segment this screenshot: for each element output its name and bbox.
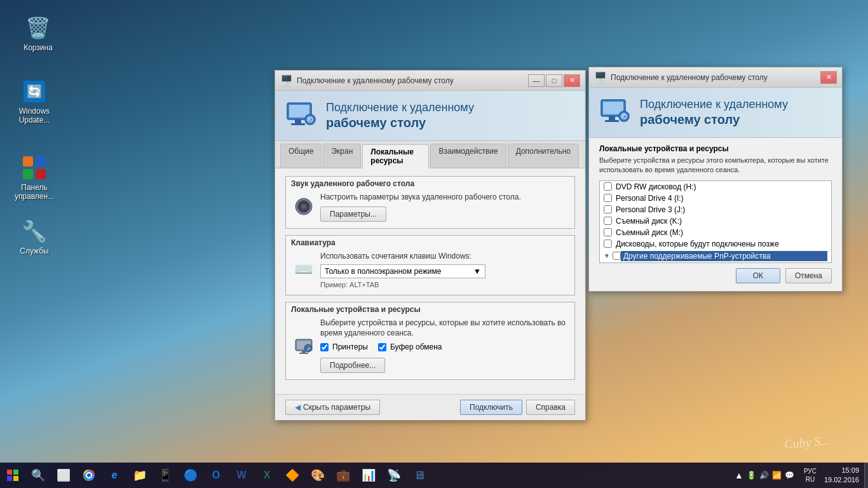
tray-network[interactable]: 📶 <box>771 469 783 482</box>
help-button[interactable]: Справка <box>526 400 575 415</box>
dialog1-body: Звук удаленного рабочего стола Настроить… <box>275 168 585 394</box>
device-personal3[interactable]: Personal Drive 3 (J:) <box>600 204 831 215</box>
dialog1-close[interactable]: ✕ <box>564 74 580 87</box>
connect-button[interactable]: Подключить <box>460 400 522 415</box>
tab-interaction[interactable]: Взаимодействие <box>430 144 506 168</box>
hide-params-icon: ◀ <box>295 403 301 412</box>
device-future-drives[interactable]: Дисководы, которые будут подключены позж… <box>600 238 831 250</box>
dialog2-footer: ОК Отмена <box>589 263 842 291</box>
desktop-icon-services[interactable]: 🔧 Службы <box>9 216 60 258</box>
taskbar-app5[interactable]: 📡 <box>381 463 407 488</box>
device-personal3-label: Personal Drive 3 (J:) <box>616 205 685 214</box>
local-devices-title: Локальные устройства и ресурсы <box>286 302 574 314</box>
clipboard-checkbox-label[interactable]: Буфер обмена <box>378 342 442 351</box>
taskbar-multitask[interactable]: ⬜ <box>51 463 76 488</box>
taskbar-tray: ▲ 🔋 🔊 📶 💬 <box>728 463 801 488</box>
devices-list[interactable]: DVD RW дисковод (H:) Personal Drive 4 (I… <box>599 180 832 263</box>
svg-rect-24 <box>609 116 615 120</box>
more-details-button[interactable]: Подробнее... <box>320 358 385 373</box>
svg-rect-5 <box>36 169 46 179</box>
signature-watermark: Сиby S... <box>783 433 831 452</box>
desktop-icon-windows-update[interactable]: 🔄 Windows Update... <box>9 76 60 127</box>
taskbar: 🔍 ⬜ e 📁 📱 🔵 O W X 🔶 🎨 💼 <box>0 463 868 488</box>
taskbar-ie[interactable]: e <box>102 463 127 488</box>
dialog1-header-line2: рабочему столу <box>326 115 474 130</box>
tray-volume[interactable]: 🔊 <box>758 469 771 482</box>
taskbar-icons: 🔍 ⬜ e 📁 📱 🔵 O W X 🔶 🎨 💼 <box>25 463 728 488</box>
device-removable-m-checkbox[interactable] <box>604 228 612 236</box>
local-devices-body: ↗ Выберите устройства и ресурсы, которые… <box>286 314 574 380</box>
taskbar-explorer[interactable]: 📁 <box>127 463 153 488</box>
device-dvd[interactable]: DVD RW дисковод (H:) <box>600 181 831 193</box>
desktop-icon-trash[interactable]: 🗑️ Корзина <box>13 13 64 55</box>
cancel-button[interactable]: Отмена <box>785 268 832 283</box>
dialog2-header-line1: Подключение к удаленному <box>640 98 788 111</box>
taskbar-chrome[interactable] <box>76 463 102 488</box>
dialog1-controls: — □ ✕ <box>528 74 580 87</box>
svg-text:🔄: 🔄 <box>27 84 43 99</box>
dialog2-header-line2: рабочему столу <box>640 112 788 127</box>
clipboard-checkbox[interactable] <box>378 343 386 351</box>
start-button[interactable] <box>0 463 25 488</box>
tray-message[interactable]: 💬 <box>783 469 796 482</box>
printers-checkbox[interactable] <box>320 343 329 351</box>
taskbar-paint[interactable]: 🎨 <box>305 463 330 488</box>
device-dvd-checkbox[interactable] <box>604 182 612 191</box>
dialog1-maximize[interactable]: □ <box>546 74 562 87</box>
dialog2-header: ↗ Подключение к удаленному рабочему стол… <box>589 88 842 138</box>
taskbar-app4[interactable]: 📊 <box>356 463 381 488</box>
local-devices-description: Выберите устройства и ресурсы, которые в… <box>320 318 567 339</box>
taskbar-word[interactable]: W <box>229 463 254 488</box>
keyboard-dropdown[interactable]: Только в полноэкранном режиме ▼ <box>320 264 485 278</box>
trash-label: Корзина <box>24 43 53 52</box>
taskbar-app2[interactable]: 🔵 <box>178 463 203 488</box>
dialog1-title-icon: 🖥️ <box>280 74 293 86</box>
svg-rect-29 <box>7 470 12 475</box>
taskbar-app3[interactable]: 💼 <box>330 463 356 488</box>
taskbar-clock[interactable]: 15:09 19.02.2016 <box>819 466 864 485</box>
dialog1-footer: ◀ Скрыть параметры Подключить Справка <box>275 394 585 420</box>
taskbar-vlc[interactable]: 🔶 <box>280 463 305 488</box>
tab-screen[interactable]: Экран <box>323 144 361 168</box>
hide-params-button[interactable]: ◀ Скрыть параметры <box>285 400 380 415</box>
desktop-icon-control-panel[interactable]: Панель управлен... <box>9 152 60 203</box>
ok-button[interactable]: ОК <box>736 268 780 283</box>
tray-battery[interactable]: 🔋 <box>745 469 758 482</box>
device-pnp-checkbox[interactable] <box>613 252 621 260</box>
taskbar-excel[interactable]: X <box>254 463 280 488</box>
local-devices-row: ↗ Выберите устройства и ресурсы, которые… <box>294 318 567 374</box>
dialog2-section-title: Локальные устройства и ресурсы <box>599 144 832 153</box>
tab-advanced[interactable]: Дополнительно <box>508 144 579 168</box>
taskbar-outlook[interactable]: O <box>203 463 229 488</box>
taskbar-search[interactable]: 🔍 <box>25 463 51 488</box>
sound-params-button[interactable]: Параметры... <box>320 207 386 222</box>
dialog2-header-text: Подключение к удаленному рабочему столу <box>640 98 788 127</box>
dialog2-close[interactable]: ✕ <box>820 71 837 84</box>
device-removable-k-checkbox[interactable] <box>604 217 612 225</box>
trash-icon: 🗑️ <box>25 15 51 41</box>
taskbar-language[interactable]: РУС RU <box>801 467 819 484</box>
device-removable-m[interactable]: Съемный диск (M:) <box>600 227 831 238</box>
taskbar-app1[interactable]: 📱 <box>153 463 178 488</box>
tab-general[interactable]: Общие <box>280 144 322 168</box>
device-group-pnp[interactable]: ▼ Другие поддерживаемые PnP-устройства <box>600 250 831 262</box>
device-personal3-checkbox[interactable] <box>604 205 612 214</box>
svg-rect-4 <box>23 169 33 179</box>
device-future-drives-label: Дисководы, которые будут подключены позж… <box>616 240 779 248</box>
dialog2-description: Выберите устройства и ресурсы этого комп… <box>599 156 832 175</box>
device-future-drives-checkbox[interactable] <box>604 240 612 248</box>
tray-show-hidden[interactable]: ▲ <box>733 469 745 482</box>
device-personal4[interactable]: Personal Drive 4 (I:) <box>600 193 831 204</box>
show-desktop[interactable] <box>864 463 868 488</box>
printers-checkbox-label[interactable]: Принтеры <box>320 342 368 351</box>
tab-local-resources[interactable]: Локальные ресурсы <box>362 144 429 168</box>
device-removable-k[interactable]: Съемный диск (K:) <box>600 215 831 227</box>
windows-update-icon: 🔄 <box>22 79 47 104</box>
dialog1-minimize[interactable]: — <box>528 74 545 87</box>
device-pnp-label[interactable]: Другие поддерживаемые PnP-устройства <box>621 251 827 261</box>
svg-rect-31 <box>7 476 12 481</box>
svg-text:↗: ↗ <box>622 114 627 120</box>
device-personal4-checkbox[interactable] <box>604 194 612 202</box>
taskbar-rdp[interactable]: 🖥 <box>407 463 432 488</box>
clock-time: 15:09 <box>824 466 859 475</box>
